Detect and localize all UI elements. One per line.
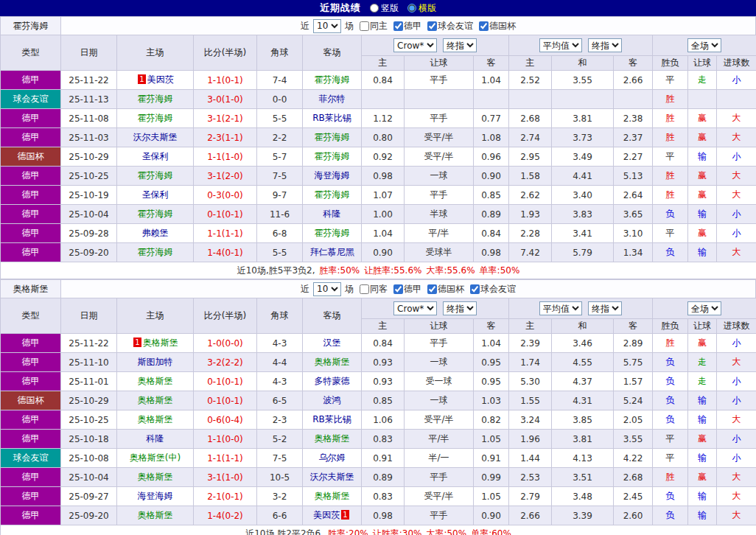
away-team-link[interactable]: RB莱比锡 bbox=[312, 414, 351, 424]
league-filter-friendly[interactable]: 球会友谊 bbox=[466, 283, 516, 296]
home-team-link[interactable]: 弗赖堡 bbox=[142, 228, 169, 238]
same-venue-option[interactable]: 同客 bbox=[356, 283, 388, 296]
away-team-link[interactable]: 拜仁慕尼黑 bbox=[310, 247, 354, 257]
same-venue-checkbox[interactable] bbox=[360, 284, 369, 294]
layout-option-vertical[interactable]: 竖版 bbox=[370, 2, 399, 15]
away-team-link[interactable]: 菲尔特 bbox=[319, 94, 346, 104]
away-team-link[interactable]: 奥格斯堡 bbox=[315, 433, 350, 444]
home-team-link[interactable]: 霍芬海姆 bbox=[138, 209, 173, 219]
home-team-link[interactable]: 沃尔夫斯堡 bbox=[133, 132, 178, 142]
odds-company-select[interactable]: Crow* bbox=[393, 38, 437, 52]
away-team-link[interactable]: 霍芬海姆 bbox=[315, 189, 350, 200]
match-score-link[interactable]: 0-1(0-1) bbox=[194, 372, 257, 391]
match-score-link[interactable]: 1-1(1-1) bbox=[194, 224, 257, 243]
layout-option-horizontal[interactable]: 横版 bbox=[407, 2, 436, 15]
away-team-link[interactable]: 波鸿 bbox=[323, 395, 341, 405]
competition-tag: 德甲 bbox=[1, 186, 61, 205]
league-filter-checkbox[interactable] bbox=[393, 284, 403, 294]
away-team-link[interactable]: 乌尔姆 bbox=[319, 452, 346, 463]
league-filter-checkbox[interactable] bbox=[393, 21, 403, 31]
result-outcome: 平 bbox=[653, 224, 688, 243]
scope-select[interactable]: 全场 bbox=[687, 38, 721, 52]
home-team-link[interactable]: 霍芬海姆 bbox=[138, 94, 173, 104]
league-filter-checkbox[interactable] bbox=[479, 21, 489, 31]
away-team-link[interactable]: 霍芬海姆 bbox=[315, 151, 350, 161]
vertical-layout-radio[interactable] bbox=[370, 4, 379, 13]
match-score-link[interactable]: 3-0(1-0) bbox=[194, 90, 257, 109]
match-score-link[interactable]: 1-0(0-0) bbox=[194, 334, 257, 353]
away-team-link[interactable]: 美因茨 bbox=[313, 510, 340, 520]
home-team-link[interactable]: 霍芬海姆 bbox=[138, 113, 173, 123]
away-team-link[interactable]: 奥格斯堡 bbox=[315, 357, 350, 367]
away-team-link[interactable]: 海登海姆 bbox=[315, 170, 350, 181]
match-score-link[interactable]: 3-1(2-0) bbox=[194, 167, 257, 186]
scope-select[interactable]: 全场 bbox=[687, 301, 721, 315]
handicap-line: 受平/半 bbox=[405, 128, 474, 147]
home-team-link[interactable]: 圣保利 bbox=[142, 189, 169, 200]
home-team-link[interactable]: 霍芬海姆 bbox=[138, 170, 173, 181]
away-team-link[interactable]: 霍芬海姆 bbox=[315, 228, 350, 238]
match-score-link[interactable]: 2-3(1-1) bbox=[194, 128, 257, 147]
odds-company-select[interactable]: Crow* bbox=[393, 301, 437, 315]
match-count-select[interactable]: 10 bbox=[313, 19, 341, 33]
league-filter-checkbox[interactable] bbox=[427, 21, 437, 31]
average-select[interactable]: 平均值 bbox=[539, 38, 582, 52]
match-score-link[interactable]: 1-4(0-1) bbox=[194, 243, 257, 262]
home-team-link[interactable]: 奥格斯堡 bbox=[138, 414, 173, 424]
match-score-link[interactable]: 1-1(1-1) bbox=[194, 449, 257, 468]
league-filter-bundesliga[interactable]: 德甲 bbox=[390, 20, 421, 32]
result-outcome: 胜 bbox=[653, 167, 688, 186]
same-venue-checkbox[interactable] bbox=[360, 21, 369, 31]
match-score-link[interactable]: 0-1(0-1) bbox=[194, 205, 257, 224]
league-filter-cup[interactable]: 德国杯 bbox=[424, 283, 464, 296]
home-team-link[interactable]: 奥格斯堡 bbox=[138, 376, 173, 386]
home-team-link[interactable]: 海登海姆 bbox=[138, 491, 173, 501]
home-team-link[interactable]: 美因茨 bbox=[147, 74, 174, 85]
away-team-link[interactable]: 科隆 bbox=[323, 209, 341, 219]
away-team-link[interactable]: 汉堡 bbox=[323, 338, 341, 348]
home-team-link[interactable]: 圣保利 bbox=[142, 151, 169, 161]
match-date: 25-10-29 bbox=[61, 147, 117, 167]
same-venue-option[interactable]: 同主 bbox=[356, 20, 388, 32]
home-team-link[interactable]: 霍芬海姆 bbox=[138, 247, 173, 257]
match-score-link[interactable]: 3-2(2-2) bbox=[194, 353, 257, 372]
league-filter-friendly[interactable]: 球会友谊 bbox=[424, 20, 473, 32]
home-team-link[interactable]: 斯图加特 bbox=[138, 357, 173, 367]
match-score-link[interactable]: 0-6(0-4) bbox=[194, 410, 257, 430]
average-time-select[interactable]: 终指 bbox=[588, 301, 622, 315]
match-date: 25-10-18 bbox=[61, 430, 117, 449]
away-team-link[interactable]: 霍芬海姆 bbox=[315, 74, 350, 85]
match-score-link[interactable]: 3-1(2-1) bbox=[194, 109, 257, 128]
away-team-link[interactable]: 霍芬海姆 bbox=[315, 132, 350, 142]
average-odds-header: 平均值 终指 bbox=[509, 298, 653, 319]
match-score-link[interactable]: 0-3(0-0) bbox=[194, 186, 257, 205]
match-score-link[interactable]: 3-1(1-0) bbox=[194, 468, 257, 487]
match-score-link[interactable]: 1-1(1-0) bbox=[194, 147, 257, 167]
away-team-link[interactable]: 多特蒙德 bbox=[315, 376, 350, 386]
home-team-link[interactable]: 科隆 bbox=[147, 433, 164, 444]
odds-time-select[interactable]: 终指 bbox=[443, 301, 477, 315]
match-score-link[interactable]: 0-1(0-1) bbox=[194, 391, 257, 410]
away-team-cell: 拜仁慕尼黑 bbox=[303, 243, 362, 262]
match-count-select[interactable]: 10 bbox=[313, 282, 341, 296]
odds-time-select[interactable]: 终指 bbox=[443, 38, 477, 52]
home-team-link[interactable]: 奥格斯堡 bbox=[143, 338, 178, 348]
match-score-link[interactable]: 1-4(0-2) bbox=[194, 506, 257, 525]
average-time-select[interactable]: 终指 bbox=[588, 38, 622, 52]
league-filter-bundesliga[interactable]: 德甲 bbox=[390, 283, 421, 296]
home-team-link[interactable]: 奥格斯堡 bbox=[138, 395, 173, 405]
average-select[interactable]: 平均值 bbox=[539, 301, 582, 315]
home-team-link[interactable]: 奥格斯堡(中) bbox=[130, 452, 181, 463]
league-filter-cup[interactable]: 德国杯 bbox=[475, 20, 516, 32]
home-team-link[interactable]: 奥格斯堡 bbox=[138, 510, 173, 520]
away-team-link[interactable]: RB莱比锡 bbox=[312, 113, 351, 123]
horizontal-layout-radio[interactable] bbox=[407, 4, 416, 13]
match-score-link[interactable]: 1-1(0-0) bbox=[194, 430, 257, 449]
match-score-link[interactable]: 1-1(0-1) bbox=[194, 71, 257, 90]
home-team-link[interactable]: 奥格斯堡 bbox=[138, 472, 173, 482]
away-team-link[interactable]: 奥格斯堡 bbox=[315, 491, 350, 501]
league-filter-checkbox[interactable] bbox=[470, 284, 480, 294]
league-filter-checkbox[interactable] bbox=[427, 284, 437, 294]
away-team-link[interactable]: 沃尔夫斯堡 bbox=[310, 472, 354, 482]
match-score-link[interactable]: 2-1(0-1) bbox=[194, 487, 257, 506]
